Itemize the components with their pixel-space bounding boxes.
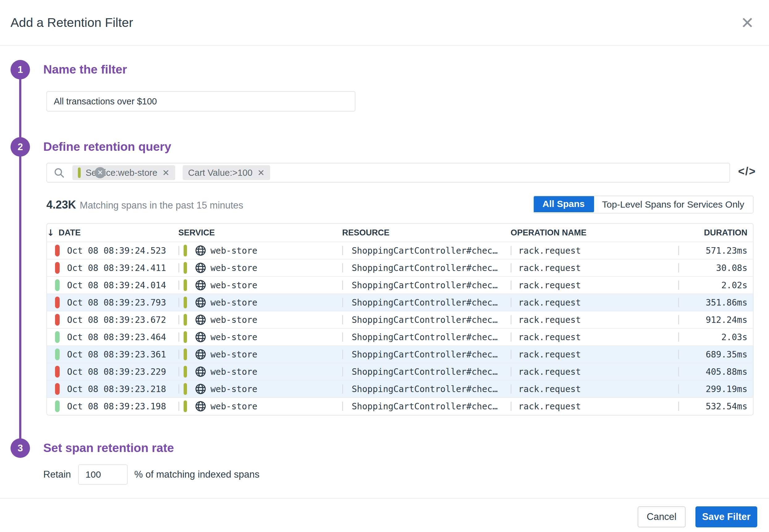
- column-header-resource[interactable]: RESOURCE: [342, 228, 511, 238]
- row-resource: ShoppingCartController#chec…: [342, 367, 511, 377]
- globe-icon: [194, 331, 207, 343]
- table-row[interactable]: Oct 08 08:39:23.229 web-store ShoppingCa…: [47, 363, 753, 380]
- toggle-all-spans[interactable]: All Spans: [533, 196, 594, 212]
- step2-badge: 2: [11, 137, 30, 157]
- sort-desc-icon[interactable]: ↓: [47, 228, 54, 238]
- query-tag-cart-value[interactable]: Cart Value:>100 ✕: [183, 165, 270, 180]
- step3-badge: 3: [11, 438, 30, 458]
- row-date: Oct 08 08:39:24.014: [67, 280, 166, 290]
- close-icon[interactable]: ✕: [737, 13, 757, 33]
- retain-suffix: % of matching indexed spans: [134, 469, 260, 480]
- status-pill: [55, 245, 60, 256]
- tag-remove-icon[interactable]: ✕: [162, 168, 169, 178]
- globe-icon: [194, 244, 207, 257]
- row-operation-name: rack.request: [511, 332, 678, 342]
- row-operation-name: rack.request: [511, 367, 678, 377]
- row-operation-name: rack.request: [511, 349, 678, 360]
- status-pill: [55, 331, 60, 343]
- matching-spans-count: 4.23K: [46, 198, 76, 211]
- row-operation-name: rack.request: [511, 280, 678, 290]
- status-pill: [55, 383, 60, 395]
- cancel-button[interactable]: Cancel: [638, 506, 686, 527]
- service-color-bar: [184, 297, 187, 308]
- row-service: web-store: [210, 401, 257, 412]
- table-row[interactable]: Oct 08 08:39:24.014 web-store ShoppingCa…: [47, 276, 753, 293]
- row-resource: ShoppingCartController#chec…: [342, 401, 511, 412]
- matching-spans-text: Matching spans in the past 15 minutes: [80, 200, 243, 211]
- column-label: DATE: [58, 228, 81, 238]
- status-pill: [55, 348, 60, 360]
- row-resource: ShoppingCartController#chec…: [342, 298, 511, 308]
- matching-spans-table: ↓ DATE SERVICE RESOURCE OPERATION NAME D…: [46, 223, 754, 416]
- row-operation-name: rack.request: [511, 401, 678, 412]
- status-pill: [55, 400, 60, 412]
- status-pill: [55, 297, 60, 308]
- modal-footer: Cancel Save Filter: [0, 498, 769, 532]
- row-operation-name: rack.request: [511, 298, 678, 308]
- row-operation-name: rack.request: [511, 246, 678, 256]
- service-color-bar: [184, 331, 187, 343]
- row-operation-name: rack.request: [511, 384, 678, 394]
- tag-remove-icon[interactable]: ✕: [257, 168, 264, 178]
- row-service: web-store: [210, 246, 257, 256]
- row-duration: 2.02s: [678, 280, 753, 290]
- step1-title: Name the filter: [43, 63, 127, 76]
- service-color-bar: [184, 348, 187, 360]
- query-tag-service[interactable]: Service:web-store ✕: [72, 165, 175, 180]
- row-duration: 571.23ms: [678, 246, 753, 256]
- globe-icon: [194, 262, 207, 274]
- table-row[interactable]: Oct 08 08:39:23.464 web-store ShoppingCa…: [47, 328, 753, 345]
- retention-rate-row: Retain % of matching indexed spans: [43, 464, 260, 485]
- table-row[interactable]: Oct 08 08:39:23.793 web-store ShoppingCa…: [47, 293, 753, 311]
- status-pill: [55, 366, 60, 378]
- status-pill: [55, 279, 60, 291]
- matching-spans-line: 4.23KMatching spans in the past 15 minut…: [46, 198, 243, 211]
- globe-icon: [194, 365, 207, 378]
- row-date: Oct 08 08:39:24.523: [67, 246, 166, 256]
- row-service: web-store: [210, 349, 257, 360]
- row-service: web-store: [210, 298, 257, 308]
- globe-icon: [194, 296, 207, 309]
- row-service: web-store: [210, 263, 257, 273]
- table-row[interactable]: Oct 08 08:39:23.361 web-store ShoppingCa…: [47, 345, 753, 363]
- clear-query-icon[interactable]: ✕: [95, 167, 106, 178]
- row-date: Oct 08 08:39:24.411: [67, 263, 166, 273]
- service-color-bar: [184, 366, 187, 378]
- tag-facet-bar: [78, 167, 81, 178]
- row-service: web-store: [210, 367, 257, 377]
- step3-title: Set span retention rate: [43, 441, 174, 455]
- filter-name-input[interactable]: [46, 91, 355, 112]
- code-view-icon[interactable]: </>: [738, 165, 756, 178]
- table-row[interactable]: Oct 08 08:39:23.198 web-store ShoppingCa…: [47, 397, 753, 415]
- save-filter-button[interactable]: Save Filter: [695, 506, 757, 527]
- column-header-date[interactable]: ↓ DATE: [47, 228, 178, 238]
- table-row[interactable]: Oct 08 08:39:23.672 web-store ShoppingCa…: [47, 311, 753, 328]
- retention-query-input[interactable]: Service:web-store ✕ Cart Value:>100 ✕: [46, 163, 730, 183]
- column-header-operation-name[interactable]: OPERATION NAME: [511, 228, 678, 238]
- toggle-top-level-spans[interactable]: Top-Level Spans for Services Only: [594, 196, 753, 213]
- row-duration: 30.08s: [678, 263, 753, 273]
- row-date: Oct 08 08:39:23.361: [67, 349, 166, 360]
- retention-rate-input[interactable]: [78, 464, 128, 485]
- row-resource: ShoppingCartController#chec…: [342, 332, 511, 342]
- row-resource: ShoppingCartController#chec…: [342, 315, 511, 325]
- table-row[interactable]: Oct 08 08:39:24.411 web-store ShoppingCa…: [47, 259, 753, 276]
- row-resource: ShoppingCartController#chec…: [342, 384, 511, 394]
- row-date: Oct 08 08:39:23.198: [67, 401, 166, 412]
- status-pill: [55, 262, 60, 274]
- table-body: Oct 08 08:39:24.523 web-store ShoppingCa…: [47, 242, 753, 415]
- table-row[interactable]: Oct 08 08:39:24.523 web-store ShoppingCa…: [47, 242, 753, 259]
- row-service: web-store: [210, 384, 257, 394]
- row-date: Oct 08 08:39:23.218: [67, 384, 166, 394]
- service-color-bar: [184, 383, 187, 395]
- globe-icon: [194, 279, 207, 291]
- service-color-bar: [184, 400, 187, 412]
- column-header-service[interactable]: SERVICE: [178, 228, 342, 238]
- row-resource: ShoppingCartController#chec…: [342, 349, 511, 360]
- table-row[interactable]: Oct 08 08:39:23.218 web-store ShoppingCa…: [47, 380, 753, 397]
- row-duration: 912.24ms: [678, 315, 753, 325]
- row-date: Oct 08 08:39:23.229: [67, 367, 166, 377]
- span-scope-toggle: All Spans Top-Level Spans for Services O…: [533, 196, 754, 213]
- column-header-duration[interactable]: DURATION: [678, 228, 753, 238]
- row-duration: 351.86ms: [678, 298, 753, 308]
